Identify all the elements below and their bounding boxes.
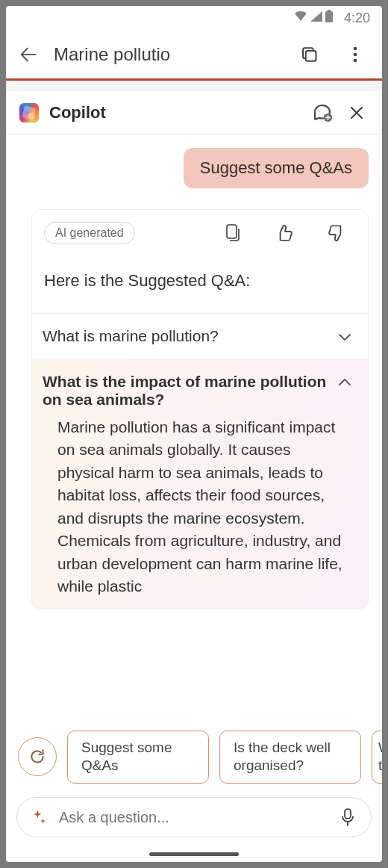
response-card: AI generated Here is the Suggested Q&A: …: [31, 209, 369, 610]
back-button[interactable]: [18, 44, 39, 65]
response-intro: Here is the Suggested Q&A:: [32, 265, 368, 313]
response-toolbar: AI generated: [32, 222, 368, 265]
qa-question: What is the impact of marine pollution o…: [43, 373, 329, 409]
more-button[interactable]: [340, 40, 370, 69]
thumbs-down-button[interactable]: [326, 223, 347, 244]
chip-label: Suggest some Q&As: [81, 739, 195, 775]
thumbs-up-icon: [275, 223, 294, 243]
suggestion-row: Suggest some Q&As Is the deck well organ…: [6, 719, 382, 791]
app-subheader: [6, 81, 382, 91]
more-vertical-icon: [353, 46, 357, 63]
chat-plus-icon: [311, 102, 334, 124]
svg-point-3: [354, 52, 357, 56]
status-time: 4:20: [344, 10, 370, 26]
suggestion-chip[interactable]: Is the deck well organised?: [219, 731, 361, 784]
qa-question: What is marine pollution?: [43, 327, 219, 345]
user-message: Suggest some Q&As: [184, 148, 369, 188]
svg-point-4: [354, 58, 357, 62]
chat-body: Suggest some Q&As AI generated Here is t…: [6, 134, 382, 719]
svg-point-2: [354, 46, 357, 50]
input-bar: [16, 797, 372, 837]
qa-toggle[interactable]: What is marine pollution?: [32, 314, 368, 359]
phone-frame: 4:20 Marine pollutio Copilot: [6, 6, 382, 862]
ask-input[interactable]: [59, 809, 328, 826]
svg-rect-7: [345, 809, 351, 819]
chip-label: Is the deck well organised?: [234, 739, 347, 775]
qa-toggle[interactable]: What is the impact of marine pollution o…: [32, 359, 368, 416]
arrow-left-icon: [18, 44, 39, 65]
app-header: Marine pollutio: [6, 30, 382, 81]
svg-rect-6: [227, 225, 237, 238]
qa-item-expanded: What is the impact of marine pollution o…: [32, 359, 368, 609]
home-indicator[interactable]: [149, 852, 239, 856]
battery-icon: [325, 10, 334, 26]
mic-icon: [340, 807, 356, 827]
thumbs-up-button[interactable]: [274, 223, 295, 244]
close-icon: [348, 104, 366, 122]
copilot-title: Copilot: [49, 103, 106, 123]
qa-answer: Marine pollution has a significant impac…: [32, 416, 368, 609]
sparkle-icon: [31, 808, 48, 826]
refresh-suggestions-button[interactable]: [18, 737, 57, 776]
svg-rect-1: [328, 10, 331, 11]
svg-rect-0: [325, 11, 333, 22]
wifi-icon: [293, 10, 308, 25]
thumbs-down-icon: [327, 223, 346, 243]
refresh-icon: [28, 747, 47, 766]
suggestion-chip[interactable]: Suggest some Q&As: [67, 731, 209, 784]
chip-label: W th: [378, 739, 382, 775]
status-bar: 4:20: [6, 6, 382, 30]
suggestion-chip[interactable]: W th: [372, 731, 382, 784]
close-button[interactable]: [345, 101, 369, 125]
signal-icon: [310, 10, 323, 25]
copilot-header-button[interactable]: [295, 40, 325, 69]
copy-icon: [223, 223, 241, 244]
copy-button[interactable]: [222, 223, 242, 244]
chevron-up-icon: [338, 373, 351, 391]
mic-button[interactable]: [338, 807, 357, 827]
copilot-glyph-icon: [299, 43, 322, 66]
ai-generated-badge: AI generated: [44, 222, 135, 244]
new-chat-button[interactable]: [310, 101, 334, 125]
document-title[interactable]: Marine pollutio: [54, 44, 170, 65]
qa-item-collapsed: What is marine pollution?: [32, 313, 368, 359]
status-icons: [293, 10, 334, 26]
copilot-logo-icon: [19, 103, 39, 123]
copilot-panel-header: Copilot: [6, 91, 382, 134]
chevron-down-icon: [338, 327, 351, 345]
